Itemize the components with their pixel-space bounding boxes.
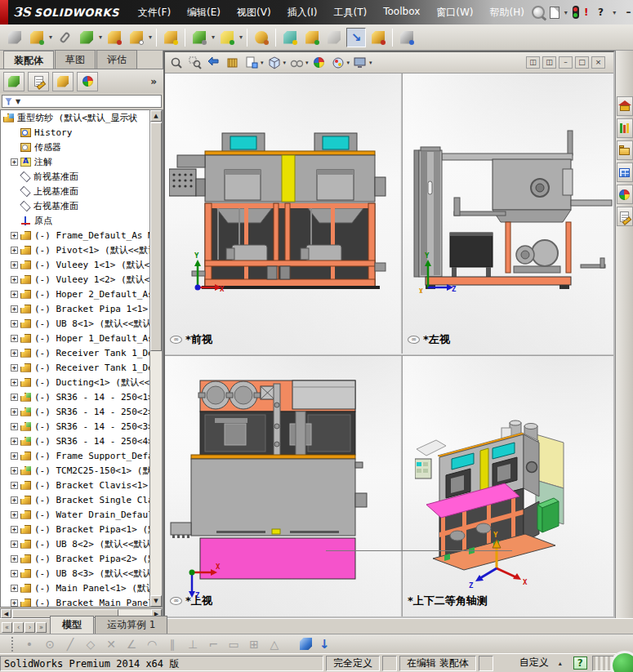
tree-item[interactable]: + (-) UB 8<2> (默认<<默认: [1, 536, 149, 551]
tree-item[interactable]: + (-) Water Drain_Default: [1, 507, 149, 522]
alert-icon[interactable]: !: [584, 7, 588, 18]
expand-toggle[interactable]: +: [11, 541, 18, 548]
filter-caret-icon[interactable]: ▼: [16, 98, 20, 105]
expand-toggle[interactable]: +: [11, 261, 18, 269]
move-component-button[interactable]: [127, 28, 146, 47]
display-caret-icon[interactable]: ▾: [305, 60, 309, 66]
expand-toggle[interactable]: +: [11, 452, 18, 460]
solidworks-resources-button[interactable]: [617, 96, 633, 116]
tree-item[interactable]: + (-) Main Panel<1> (默认: [1, 581, 149, 595]
viewport-front[interactable]: Y X ∞ *前视: [165, 73, 400, 354]
scroll-up-button[interactable]: ▲: [150, 110, 162, 122]
toolbar-drag-handle[interactable]: [11, 637, 14, 652]
expand-toggle[interactable]: +: [11, 247, 18, 254]
settings-caret-icon[interactable]: ▾: [369, 60, 372, 66]
doc-window-button[interactable]: □: [575, 56, 589, 69]
expand-toggle[interactable]: +: [11, 526, 18, 533]
search-icon[interactable]: [532, 6, 545, 19]
expand-toggle[interactable]: +: [11, 291, 18, 298]
tree-item[interactable]: + 右视基准面: [1, 198, 149, 213]
isometric-view-model[interactable]: Y X Z: [415, 413, 570, 589]
tree-item[interactable]: + (-) Ducting<1> (默认<<默: [1, 375, 149, 389]
tree-vertical-scrollbar[interactable]: ▲ ▼: [149, 109, 163, 607]
tree-item[interactable]: + (-) SR36 - 14 - 250<4>: [1, 434, 149, 448]
help-icon[interactable]: ?: [593, 7, 608, 18]
menu-item[interactable]: 窗口(W): [429, 2, 480, 23]
tree-item[interactable]: + 前视基准面: [1, 169, 149, 184]
view-palette-button[interactable]: [617, 162, 633, 182]
sketch-tool-icon[interactable]: ✕: [105, 638, 118, 651]
open-part-button[interactable]: [27, 28, 47, 47]
mate-button[interactable]: [55, 28, 74, 47]
tree-item[interactable]: + 上视基准面: [1, 184, 149, 198]
menu-item[interactable]: 工具(T): [327, 2, 375, 23]
expand-toggle[interactable]: +: [11, 394, 18, 401]
model-tab[interactable]: 运动算例 1: [95, 616, 167, 634]
tree-item[interactable]: + History: [1, 125, 149, 140]
tree-item[interactable]: + (-) Vuleey 1<2> (默认<<: [1, 272, 149, 287]
tree-item[interactable]: + 传感器: [1, 140, 149, 154]
tree-item[interactable]: + (-) Bracket Clavis<1> (: [1, 478, 149, 492]
viewport-vertical-splitter[interactable]: [400, 73, 403, 616]
sketch-tool-icon[interactable]: ╱: [64, 638, 77, 651]
configuration-manager-tab-button[interactable]: [52, 72, 74, 91]
tree-item[interactable]: + (-) Receiver Tank 1_Def: [1, 345, 149, 360]
sketch-tool-icon[interactable]: ⊥: [186, 638, 199, 651]
expand-toggle[interactable]: +: [11, 599, 18, 607]
pattern-caret-icon[interactable]: ▾: [99, 33, 102, 41]
command-tab[interactable]: 评估: [96, 50, 137, 69]
custom-status[interactable]: 自定义: [513, 656, 555, 671]
tree-item[interactable]: + (-) Vuleey 1<1> (默认<<: [1, 257, 149, 272]
insert-components-button[interactable]: [5, 28, 25, 47]
custom-properties-button[interactable]: [617, 207, 633, 226]
zoom-area-button[interactable]: [187, 55, 203, 71]
tree-item[interactable]: + (-) Pivot<1> (默认<<默认: [1, 243, 149, 257]
sketch-tool-icon[interactable]: △: [268, 638, 281, 651]
component-pattern-button[interactable]: [77, 28, 96, 47]
panel-overflow-chevron[interactable]: »: [150, 76, 163, 87]
viewport-isometric[interactable]: Y X Z *上下二等角轴测: [403, 356, 613, 616]
open-part-caret-icon[interactable]: ▾: [49, 33, 52, 41]
tree-item[interactable]: + (-) Hoper 1_Default_As: [1, 331, 149, 345]
refgeo-caret-icon[interactable]: ▾: [239, 33, 243, 41]
doc-window-button[interactable]: ×: [591, 56, 605, 69]
sketch-tool-icon[interactable]: ∠: [125, 638, 138, 651]
tab-nav-button[interactable]: ‹: [13, 622, 24, 633]
display-style-button[interactable]: [288, 55, 305, 71]
feature-manager-tab-button[interactable]: [3, 72, 25, 91]
apply-scene-button[interactable]: [330, 55, 346, 71]
exploded-view-button[interactable]: [302, 28, 322, 47]
top-view-model[interactable]: X Z: [167, 372, 400, 605]
menu-item[interactable]: 编辑(E): [180, 2, 228, 23]
tree-root-item[interactable]: 重型纺纱 (默认<默认_显示状: [1, 110, 149, 125]
tree-item[interactable]: + (-) Frame_Default_As Ma: [1, 228, 149, 243]
scroll-down-button[interactable]: ▼: [150, 595, 162, 607]
tree-item[interactable]: + (-) UB 8<3> (默认<<默认: [1, 566, 149, 581]
expand-toggle[interactable]: +: [11, 511, 18, 518]
model-tab[interactable]: 模型: [50, 616, 94, 634]
sketch-tool-icon[interactable]: •: [23, 638, 36, 651]
scroll-left-button[interactable]: ◀: [1, 609, 11, 618]
move-caret-icon[interactable]: ▾: [149, 33, 152, 41]
tree-item[interactable]: + (-) Hoper 2_Default_As: [1, 287, 149, 301]
tab-nav-button[interactable]: »: [36, 622, 47, 633]
expand-toggle[interactable]: +: [11, 158, 18, 166]
expand-toggle[interactable]: +: [11, 555, 18, 563]
expand-toggle[interactable]: +: [11, 482, 18, 489]
design-library-button[interactable]: [617, 118, 633, 138]
new-motion-study-button[interactable]: [252, 28, 271, 47]
expand-toggle[interactable]: +: [11, 467, 18, 474]
menu-item[interactable]: 文件(F): [131, 2, 178, 23]
expand-toggle[interactable]: +: [11, 364, 18, 372]
tree-item[interactable]: + (-) Bracket Single Clav: [1, 492, 149, 507]
tree-item[interactable]: + (-) SR36 - 14 - 250<1>: [1, 389, 149, 404]
expand-toggle[interactable]: +: [11, 320, 18, 327]
doc-window-button[interactable]: –: [559, 56, 573, 69]
viewport-top[interactable]: X Z ∞ *上视: [165, 356, 400, 616]
left-view-model[interactable]: Y Z X: [409, 109, 613, 293]
tree-item[interactable]: + 注解: [1, 154, 149, 169]
tree-item[interactable]: + (-) TCM2C25-150<1> (默认: [1, 463, 149, 478]
appearance-sheet-button[interactable]: [243, 55, 260, 71]
isometric-cube-icon[interactable]: [300, 638, 312, 650]
sketch-tool-icon[interactable]: ∥: [166, 638, 179, 651]
